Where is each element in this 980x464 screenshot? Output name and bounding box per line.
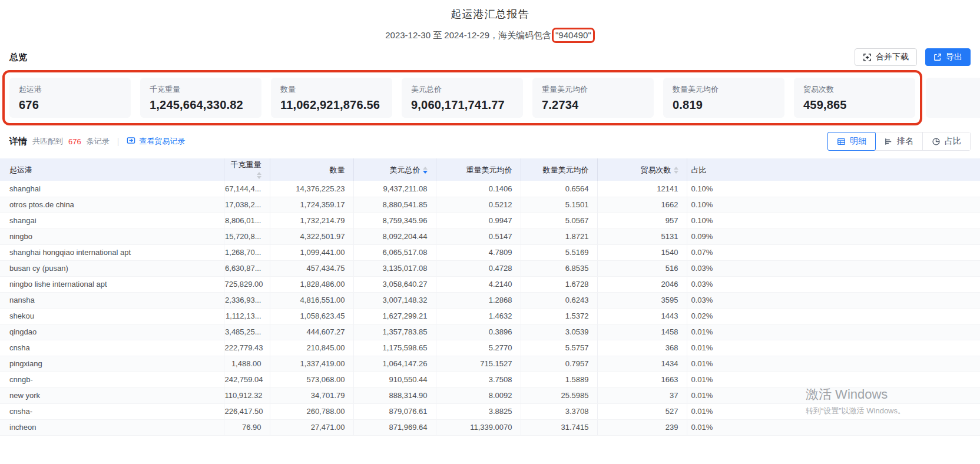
column-header-usd[interactable]: 美元总价 xyxy=(353,158,436,181)
cell-share: 0.01% xyxy=(687,340,757,356)
cell-kg: 110,912.32 xyxy=(224,387,270,403)
cell-usd: 3,058,640.27 xyxy=(353,276,436,292)
tab-ranking-label: 排名 xyxy=(897,136,913,147)
cell-kg_price: 0.4728 xyxy=(436,260,521,276)
cell-share: 0.01% xyxy=(687,387,757,403)
overview-bar: 总览 合并下载 导出 xyxy=(0,48,980,67)
cell-qty: 4,816,551.00 xyxy=(270,292,353,308)
column-header-trades[interactable]: 贸易次数 xyxy=(597,158,687,181)
summary-card-label: 贸易次数 xyxy=(803,84,906,95)
merge-grid-icon xyxy=(863,53,872,62)
table-header-row: 起运港千克重量数量美元总价重量美元均价数量美元均价贸易次数占比 xyxy=(0,158,980,181)
tab-ranking[interactable]: 排名 xyxy=(875,132,923,150)
summary-card: 贸易次数459,865 xyxy=(794,78,915,118)
column-header-kg[interactable]: 千克重量 xyxy=(224,158,270,181)
detail-left: 详情 共匹配到 676 条记录 | 查看贸易记录 xyxy=(9,136,185,147)
cell-qty_price: 1.5372 xyxy=(521,308,597,324)
cell-port: new york xyxy=(0,387,224,403)
cell-port: qingdao xyxy=(0,324,224,340)
cell-share: 0.01% xyxy=(687,372,757,387)
ranking-bars-icon xyxy=(884,137,893,146)
cell-share: 0.02% xyxy=(687,308,757,324)
summary-card: 千克重量1,245,664,330.82 xyxy=(140,78,261,118)
cell-kg: 1,488.00 xyxy=(224,356,270,372)
cell-usd: 3,007,148.32 xyxy=(353,292,436,308)
cell-port: pingxiang xyxy=(0,356,224,372)
summary-card-value: 676 xyxy=(19,98,121,112)
cell-port: otros ptos.de china xyxy=(0,197,224,213)
table-row: cnsha222,779.43210,845.001,175,598.655.2… xyxy=(0,340,980,356)
column-header-kg_price: 重量美元均价 xyxy=(436,158,521,181)
cell-trades: 12141 xyxy=(597,181,687,197)
tab-detail-label: 明细 xyxy=(850,136,866,147)
column-header-label: 起运港 xyxy=(9,165,32,174)
column-header-label: 美元总价 xyxy=(390,165,421,174)
summary-card-label: 重量美元均价 xyxy=(542,84,644,95)
cell-trades: 957 xyxy=(597,213,687,228)
cell-qty_price: 5.1501 xyxy=(521,197,597,213)
tab-detail[interactable]: 明细 xyxy=(827,132,876,151)
cell-port: incheon xyxy=(0,419,224,435)
column-header-port: 起运港 xyxy=(0,158,224,181)
cell-usd: 8,759,345.96 xyxy=(353,213,436,228)
record-window-arrow-icon xyxy=(127,136,135,147)
tab-share[interactable]: 占比 xyxy=(923,132,970,150)
table-row: shanghai hongqiao international apt1,268… xyxy=(0,244,980,260)
cell-port: ningbo xyxy=(0,228,224,244)
cell-kg_price: 11,339.0070 xyxy=(436,419,521,435)
table-body: shanghai67,144,4...14,376,225.239,437,21… xyxy=(0,181,980,435)
cell-kg: 226,417.50 xyxy=(224,403,270,419)
match-suffix: 条记录 xyxy=(87,136,110,147)
table-row: ningbo lishe international apt725,829.00… xyxy=(0,276,980,292)
summary-card-value: 11,062,921,876.56 xyxy=(280,98,383,112)
cell-kg: 1,268,70... xyxy=(224,244,270,260)
report-subtitle: 2023-12-30 至 2024-12-29，海关编码包含"940490" xyxy=(0,28,980,43)
cell-kg: 15,720,8... xyxy=(224,228,270,244)
cell-kg_price: 8.0092 xyxy=(436,387,521,403)
cell-port: busan cy (pusan) xyxy=(0,260,224,276)
cell-kg_price: 0.5147 xyxy=(436,228,521,244)
cell-trades: 516 xyxy=(597,260,687,276)
cell-kg: 222,779.43 xyxy=(224,340,270,356)
sort-carets-icon[interactable] xyxy=(257,172,261,179)
cell-port: cnngb- xyxy=(0,372,224,387)
cell-filler xyxy=(757,244,980,260)
export-button[interactable]: 导出 xyxy=(925,48,971,66)
table-row: incheon76.9027,471.00871,969.6411,339.00… xyxy=(0,419,980,435)
cell-trades: 37 xyxy=(597,387,687,403)
cell-filler xyxy=(757,213,980,228)
sort-carets-icon[interactable] xyxy=(674,167,678,174)
cell-qty: 210,845.00 xyxy=(270,340,353,356)
view-trade-records-label: 查看贸易记录 xyxy=(139,136,185,147)
summary-card-label: 起运港 xyxy=(19,84,121,95)
cell-qty_price: 5.0567 xyxy=(521,213,597,228)
cell-qty_price: 5.5169 xyxy=(521,244,597,260)
cell-trades: 2046 xyxy=(597,276,687,292)
cell-usd: 1,627,299.21 xyxy=(353,308,436,324)
summary-card: 数量11,062,921,876.56 xyxy=(271,78,392,118)
cell-filler xyxy=(757,387,980,403)
cell-usd: 8,880,541.85 xyxy=(353,197,436,213)
column-header-filler xyxy=(757,158,980,181)
cell-filler xyxy=(757,356,980,372)
cell-trades: 1443 xyxy=(597,308,687,324)
view-trade-records-link[interactable]: 查看贸易记录 xyxy=(127,136,185,147)
cell-port: cnsha xyxy=(0,340,224,356)
overview-section-title: 总览 xyxy=(9,52,27,63)
cell-kg: 17,038,2... xyxy=(224,197,270,213)
summary-card-value: 9,060,171,741.77 xyxy=(411,98,514,112)
table-row: shanghai67,144,4...14,376,225.239,437,21… xyxy=(0,181,980,197)
summary-card-value: 0.819 xyxy=(673,98,775,112)
merge-download-button[interactable]: 合并下载 xyxy=(855,48,917,66)
cell-qty_price: 6.8535 xyxy=(521,260,597,276)
cell-qty_price: 3.0539 xyxy=(521,324,597,340)
pie-chart-icon xyxy=(932,137,941,146)
cell-trades: 1662 xyxy=(597,197,687,213)
cell-usd: 910,550.44 xyxy=(353,372,436,387)
cell-qty: 444,607.27 xyxy=(270,324,353,340)
cell-usd: 888,314.90 xyxy=(353,387,436,403)
column-header-qty_price: 数量美元均价 xyxy=(521,158,597,181)
cell-share: 0.10% xyxy=(687,197,757,213)
hs-code-highlight-annotation: "940490" xyxy=(552,28,595,43)
sort-carets-icon[interactable] xyxy=(423,167,428,174)
